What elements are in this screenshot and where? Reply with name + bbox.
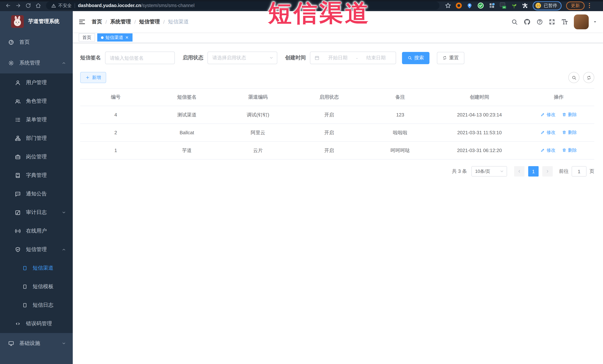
header-search-icon[interactable]: [511, 18, 518, 25]
goto-page-input[interactable]: [572, 166, 587, 176]
sidebar-item-role-management[interactable]: 角色管理: [0, 92, 73, 110]
sidebar-item-audit-log[interactable]: 审计日志: [0, 203, 73, 222]
prev-page-button[interactable]: [514, 166, 524, 176]
arrow-right-icon: [15, 3, 21, 9]
sidebar-item-dict-management[interactable]: 字典管理: [0, 166, 73, 185]
cell-code: 云片: [222, 142, 293, 159]
cell-actions: 修改 删除: [523, 124, 594, 142]
sidebar-item-online-users[interactable]: 在线用户: [0, 222, 73, 240]
sidebar-item-dept-management[interactable]: 部门管理: [0, 129, 73, 148]
breadcrumb-current: 短信渠道: [168, 18, 189, 25]
sidebar-item-label: 菜单管理: [26, 116, 73, 123]
end-date-placeholder: 结束日期: [360, 55, 392, 61]
delete-link[interactable]: 删除: [562, 147, 577, 154]
search-button[interactable]: 搜索: [402, 52, 429, 64]
extension-sprout-icon[interactable]: [511, 2, 517, 9]
cell-code: 调试(钉钉): [222, 106, 293, 124]
breadcrumb-system[interactable]: 系统管理: [110, 18, 131, 25]
edit-link[interactable]: 修改: [541, 147, 556, 154]
edit-link[interactable]: 修改: [541, 129, 556, 136]
page-number-button[interactable]: 1: [528, 166, 539, 176]
page-size-select[interactable]: 10条/页: [471, 166, 507, 176]
delete-label: 删除: [568, 112, 577, 118]
bookmark-star-icon[interactable]: [445, 2, 451, 9]
sidebar-item-infrastructure[interactable]: 基础设施: [0, 333, 73, 354]
breadcrumb-separator: /: [105, 19, 107, 25]
shield-icon: [15, 247, 21, 253]
sidebar-item-label: 错误码管理: [26, 320, 73, 327]
browser-menu-kebab-icon[interactable]: [586, 2, 593, 9]
close-icon[interactable]: [125, 36, 129, 39]
tab-home[interactable]: 首页: [79, 33, 95, 42]
browser-reload-button[interactable]: [23, 0, 33, 11]
sidebar-item-notice[interactable]: 通知公告: [0, 185, 73, 203]
browser-home-button[interactable]: [33, 0, 43, 11]
cell-id: 1: [80, 142, 151, 159]
help-icon[interactable]: [536, 18, 543, 25]
delete-link[interactable]: 删除: [562, 112, 577, 118]
cell-sign: 芋道: [151, 142, 222, 159]
sidebar: 芋道管理系统 首页 系统管理 用户管理 角色管理: [0, 11, 73, 364]
range-separator: -: [356, 55, 358, 61]
next-page-button[interactable]: [542, 166, 553, 176]
extension-on-badge-icon[interactable]: on: [499, 2, 507, 9]
browser-profile-chip[interactable]: 已暂停: [533, 1, 562, 10]
security-indicator[interactable]: 不安全: [51, 2, 72, 9]
extension-grid-icon[interactable]: [488, 2, 495, 9]
breadcrumb-sms[interactable]: 短信管理: [139, 18, 160, 25]
signal-icon: [15, 228, 21, 234]
cell-remark: 呵呵呵哒: [365, 142, 436, 159]
cell-actions: 修改 删除: [523, 142, 594, 159]
extensions-puzzle-icon[interactable]: [522, 2, 528, 9]
reset-button[interactable]: 重置: [437, 52, 464, 64]
sidebar-item-sms-channel[interactable]: 短信渠道: [0, 259, 73, 277]
sidebar-item-label: 基础设施: [19, 340, 62, 347]
user-avatar[interactable]: [574, 14, 589, 29]
sidebar-item-menu-management[interactable]: 菜单管理: [0, 110, 73, 129]
browser-forward-button[interactable]: [13, 0, 23, 11]
status-select[interactable]: 请选择启用状态: [208, 52, 277, 64]
sidebar-logo[interactable]: 芋道管理系统: [0, 11, 73, 32]
refresh-table-button[interactable]: [583, 72, 594, 83]
cell-id: 4: [80, 106, 151, 124]
sidebar-item-sms-template[interactable]: 短信模板: [0, 277, 73, 296]
cell-code: 阿里云: [222, 124, 293, 142]
delete-label: 删除: [568, 129, 577, 136]
sidebar-item-label: 岗位管理: [26, 154, 73, 160]
extension-pin-icon[interactable]: [466, 2, 473, 9]
extension-orange-ring-icon[interactable]: [455, 2, 462, 9]
caret-down-icon[interactable]: [593, 20, 597, 24]
github-icon[interactable]: [523, 18, 531, 25]
font-size-icon[interactable]: [561, 18, 568, 25]
sidebar-item-sms-log[interactable]: 短信日志: [0, 296, 73, 314]
date-range-picker[interactable]: 开始日期 - 结束日期: [310, 52, 396, 64]
dashboard-icon: [8, 39, 14, 45]
edit-link[interactable]: 修改: [541, 112, 556, 118]
add-button[interactable]: 新增: [80, 72, 106, 83]
sidebar-toggle-hamburger-icon[interactable]: [78, 18, 86, 25]
comment-icon: [15, 191, 21, 197]
breadcrumb-home[interactable]: 首页: [92, 18, 102, 25]
sign-input[interactable]: [105, 52, 175, 64]
sidebar-item-post-management[interactable]: 岗位管理: [0, 148, 73, 166]
delete-link[interactable]: 删除: [562, 129, 577, 136]
browser-update-button[interactable]: 更新: [566, 1, 585, 10]
browser-extensions-area: on: [445, 2, 528, 9]
browser-back-button[interactable]: [3, 0, 13, 11]
sidebar-item-system-management[interactable]: 系统管理: [0, 53, 73, 73]
sidebar-item-error-code[interactable]: 错误码管理: [0, 314, 73, 333]
time-label: 创建时间: [285, 55, 306, 61]
sidebar-item-user-management[interactable]: 用户管理: [0, 73, 73, 92]
fullscreen-icon[interactable]: [549, 18, 555, 25]
address-bar[interactable]: 不安全 dashboard.yudao.iocoder.cn/system/sm…: [46, 1, 440, 10]
sms-channel-table: 编号 短信签名 渠道编码 启用状态 备注 创建时间 操作 4 测试渠道: [80, 88, 594, 159]
reload-icon: [25, 3, 31, 9]
toggle-search-button[interactable]: [568, 72, 580, 83]
sidebar-item-label: 短信模板: [33, 283, 73, 290]
extension-check-badge-icon[interactable]: [477, 2, 484, 9]
page-size-value: 10条/页: [475, 168, 490, 175]
tab-sms-channel[interactable]: 短信渠道: [97, 33, 132, 42]
sidebar-item-home[interactable]: 首页: [0, 32, 73, 53]
doc-icon: [22, 284, 27, 289]
sidebar-item-sms-management[interactable]: 短信管理: [0, 240, 73, 259]
